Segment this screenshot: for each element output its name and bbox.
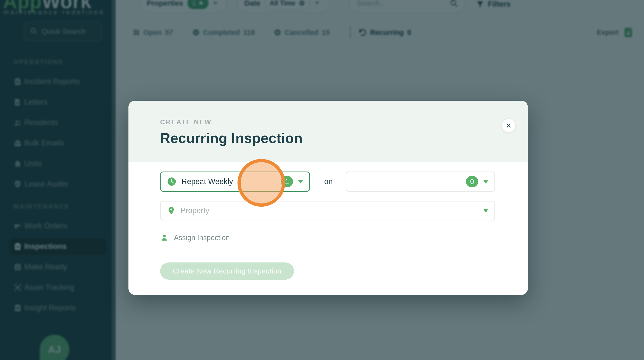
assign-inspection-link[interactable]: Assign Inspection — [160, 233, 230, 242]
weekday-count-badge: 0 — [466, 176, 478, 187]
close-button[interactable] — [501, 118, 516, 133]
person-icon — [160, 233, 168, 242]
property-select[interactable]: Property — [160, 201, 495, 220]
property-placeholder: Property — [180, 206, 478, 215]
chevron-down-icon — [483, 180, 488, 184]
clock-icon — [167, 177, 176, 187]
modal-header: CREATE NEW Recurring Inspection — [128, 101, 528, 162]
assign-inspection-label: Assign Inspection — [174, 234, 230, 242]
click-indicator — [238, 159, 285, 207]
close-icon — [505, 122, 512, 129]
modal-title: Recurring Inspection — [160, 130, 528, 146]
chevron-down-icon — [298, 180, 303, 184]
on-label: on — [324, 172, 332, 192]
modal-eyebrow: CREATE NEW — [160, 118, 528, 126]
repeat-frequency-select[interactable]: Repeat Weekly 1 — [160, 172, 310, 192]
create-recurring-inspection-modal: CREATE NEW Recurring Inspection Repeat W… — [128, 101, 528, 295]
app-screen: AppWork maintenance redefined OPERATIONS… — [0, 0, 644, 360]
weekday-select[interactable]: 0 — [346, 172, 495, 192]
chevron-down-icon — [483, 209, 488, 213]
create-recurring-inspection-button[interactable]: Create New Recurring Inspection — [160, 262, 294, 280]
map-pin-icon — [167, 206, 176, 215]
